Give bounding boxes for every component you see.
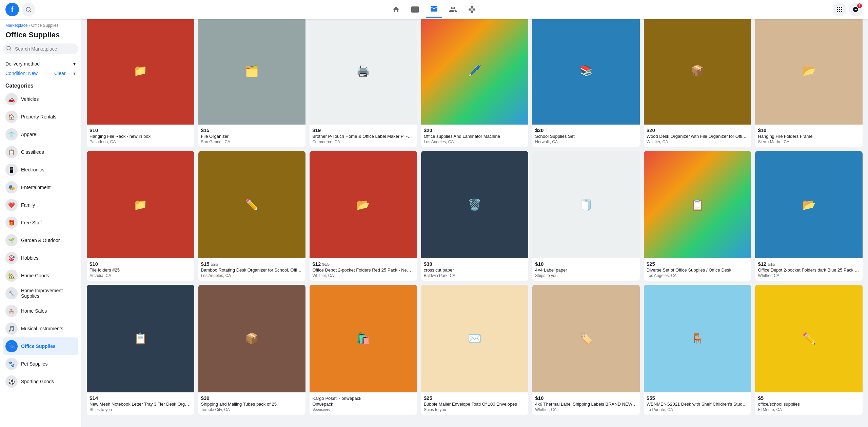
- apps-grid-button[interactable]: [833, 3, 846, 16]
- product-location: Pasadena, CA: [90, 140, 192, 144]
- product-name: Diverse Set of Office Supplies / Office …: [647, 267, 749, 273]
- sidebar-item-pet-supplies[interactable]: 🐾 Pet Supplies: [3, 355, 78, 373]
- product-card[interactable]: 📋 $14 New Mesh Notebook Letter Tray 3 Ti…: [87, 285, 194, 415]
- product-card[interactable]: 🗂️ $15 File Organizer San Gabriel, CA: [198, 17, 306, 147]
- product-card[interactable]: 🪑 $55 WENMENG2021 Desk with Shelf Childr…: [644, 285, 751, 415]
- product-info: $30 cross cut paper Baldwin Park, CA: [421, 258, 529, 281]
- product-price: $19: [312, 127, 321, 133]
- product-image-placeholder: ✏️: [755, 285, 863, 392]
- product-card[interactable]: 📦 $30 Shipping and Mailing Tubes pack of…: [198, 285, 306, 415]
- product-location: Los Angeles, CA: [201, 273, 303, 278]
- product-card[interactable]: 📦 $20 Wood Desk Organizer with File Orga…: [644, 17, 751, 147]
- product-location: La Puente, CA: [647, 407, 749, 412]
- product-price-row: $12$15: [758, 261, 860, 267]
- nav-marketplace-button[interactable]: [426, 1, 442, 18]
- product-image: 📦: [644, 17, 751, 125]
- product-image: 📂: [310, 151, 417, 259]
- condition-clear-button[interactable]: Clear: [54, 71, 65, 76]
- sidebar-item-classifieds[interactable]: 📋 Classifieds: [3, 143, 78, 161]
- search-input[interactable]: [3, 43, 78, 54]
- product-card[interactable]: 🖊️ $20 Office supplies And Laminator Mac…: [421, 17, 529, 147]
- product-card[interactable]: ✏️ $15$26 Bamboo Rotating Desk Organizer…: [198, 151, 306, 281]
- product-card[interactable]: 🏷️ $10 4x6 Thermal Label Shipping Labels…: [532, 285, 640, 415]
- sidebar-item-vehicles[interactable]: 🚗 Vehicles: [3, 90, 78, 108]
- sidebar-item-apparel[interactable]: 👕 Apparel: [3, 126, 78, 143]
- category-label: Home Goods: [21, 273, 49, 278]
- messenger-button[interactable]: 1: [849, 3, 863, 16]
- sidebar-item-home-sales[interactable]: 🏘️ Home Sales: [3, 302, 78, 320]
- product-image: ✉️: [421, 285, 529, 392]
- sidebar-item-family[interactable]: ❤️ Family: [3, 196, 78, 214]
- product-image-placeholder: 📚: [532, 17, 640, 125]
- condition-link[interactable]: Condition: New: [5, 71, 38, 76]
- product-price-row: $15$26: [201, 261, 303, 267]
- sidebar-item-electronics[interactable]: 📱 Electronics: [3, 161, 78, 179]
- sidebar-item-home-goods[interactable]: 🏡 Home Goods: [3, 267, 78, 284]
- product-info: $55 WENMENG2021 Desk with Shelf Children…: [644, 392, 751, 415]
- product-card[interactable]: 🛍️ Kargo Poseti - onwepack Onwepack Spon…: [310, 285, 417, 415]
- category-label: Home Sales: [21, 308, 47, 314]
- nav-groups-button[interactable]: [445, 1, 461, 18]
- svg-rect-3: [839, 7, 840, 8]
- product-card[interactable]: ✏️ $5 office/school supplies El Monte, C…: [755, 285, 863, 415]
- product-price-row: $19: [312, 127, 414, 133]
- product-image: 📋: [87, 285, 194, 392]
- search-button[interactable]: [22, 3, 35, 16]
- product-image-placeholder: 🏷️: [532, 285, 640, 392]
- product-image: 📂: [755, 151, 863, 259]
- search-box-icon: [6, 46, 12, 52]
- product-card[interactable]: 📂 $12$15 Office Depot 2-pocket Folders R…: [310, 151, 417, 281]
- product-card[interactable]: 🖨️ $19 Brother P-Touch Home & Office Lab…: [310, 17, 417, 147]
- product-card[interactable]: 📂 $10 Hanging File Folders Frame Sierra …: [755, 17, 863, 147]
- sidebar-item-hobbies[interactable]: 🎯 Hobbies: [3, 249, 78, 267]
- product-price: $20: [424, 127, 432, 133]
- breadcrumb-marketplace-link[interactable]: Marketplace: [5, 23, 27, 28]
- nav-video-button[interactable]: [407, 1, 423, 18]
- sidebar-item-musical-instruments[interactable]: 🎵 Musical Instruments: [3, 320, 78, 337]
- product-price-row: $55: [647, 395, 749, 401]
- sidebar-item-garden--outdoor[interactable]: 🌱 Garden & Outdoor: [3, 231, 78, 249]
- product-price: $5: [758, 395, 764, 401]
- delivery-label: Delivery method: [5, 61, 40, 67]
- product-image-placeholder: 🖨️: [310, 17, 417, 125]
- sidebar-item-free-stuff[interactable]: 🎁 Free Stuff: [3, 214, 78, 231]
- product-image-placeholder: 📦: [644, 17, 751, 125]
- product-card[interactable]: 📁 $10 File folders #25 Arcadia, CA: [87, 151, 194, 281]
- product-image-placeholder: 📋: [644, 151, 751, 259]
- product-price: $10: [90, 261, 98, 267]
- nav-home-button[interactable]: [388, 1, 404, 18]
- category-label: Vehicles: [21, 96, 39, 102]
- product-name: Office Depot 2-pocket Folders dark Blue …: [758, 267, 860, 273]
- product-card[interactable]: 🧻 $10 4×4 Label paper Ships to you: [532, 151, 640, 281]
- product-card[interactable]: 📁 $10 Hanging File Rack - new in box Pas…: [87, 17, 194, 147]
- product-card[interactable]: ✉️ $25 Bubble Mailer Envelope Toatl Of 1…: [421, 285, 529, 415]
- product-card[interactable]: 📚 $30 School Supplies Set Norwalk, CA: [532, 17, 640, 147]
- product-image-placeholder: 🛍️: [310, 285, 417, 392]
- product-card[interactable]: 📂 $12$15 Office Depot 2-pocket Folders d…: [755, 151, 863, 281]
- sidebar-item-office-supplies[interactable]: 📎 Office Supplies: [3, 337, 78, 355]
- product-info: $30 Shipping and Mailing Tubes pack of 2…: [198, 392, 306, 415]
- product-image-placeholder: 📦: [198, 285, 306, 392]
- product-image: 📦: [198, 285, 306, 392]
- sidebar-item-home-improvement-supplies[interactable]: 🔧 Home Improvement Supplies: [3, 284, 78, 302]
- product-info: $12$15 Office Depot 2-pocket Folders Red…: [310, 258, 417, 281]
- product-card[interactable]: 📋 $25 Diverse Set of Office Supplies / O…: [644, 151, 751, 281]
- sidebar-item-sporting-goods[interactable]: ⚽ Sporting Goods: [3, 373, 78, 390]
- product-price: $30: [424, 261, 432, 267]
- product-original-price: $15: [768, 262, 775, 267]
- product-price: $20: [647, 127, 655, 133]
- breadcrumb: Marketplace › Office Supplies: [3, 23, 78, 28]
- delivery-filter[interactable]: Delivery method ▾: [3, 58, 78, 69]
- sidebar-item-entertainment[interactable]: 🎭 Entertainment: [3, 179, 78, 196]
- product-info: Kargo Poseti - onwepack Onwepack Sponsor…: [310, 392, 417, 414]
- product-location: Ships to you: [424, 407, 526, 412]
- product-name: Hanging File Folders Frame: [758, 134, 860, 139]
- product-name: Shipping and Mailing Tubes pack of 25: [201, 402, 303, 407]
- product-image: 🏷️: [532, 285, 640, 392]
- product-card[interactable]: 🗑️ $30 cross cut paper Baldwin Park, CA: [421, 151, 529, 281]
- sidebar-item-property-rentals[interactable]: 🏠 Property Rentals: [3, 108, 78, 126]
- nav-gaming-button[interactable]: [464, 1, 480, 18]
- category-label: Sporting Goods: [21, 379, 54, 384]
- facebook-logo[interactable]: f: [5, 3, 19, 16]
- product-image-placeholder: 🗂️: [198, 17, 306, 125]
